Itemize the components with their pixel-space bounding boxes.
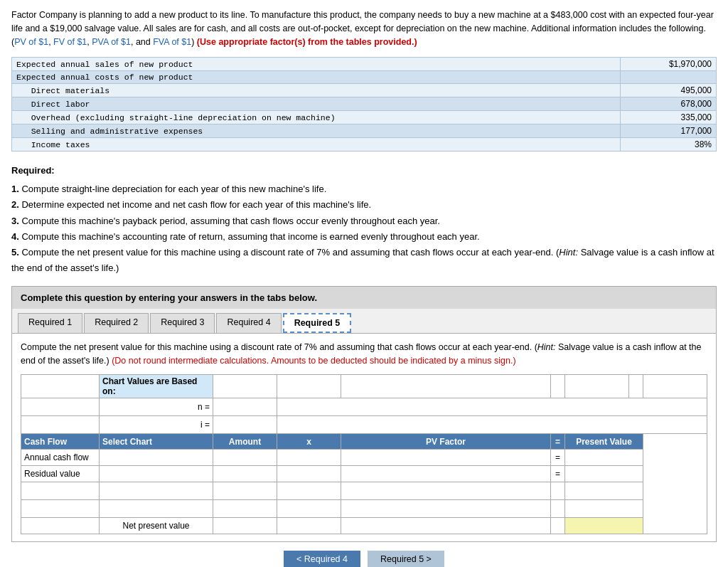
extra-2-pv-cell[interactable] [565,500,643,518]
i-row: i = [21,416,707,434]
extra-1-pv-input[interactable] [568,484,640,498]
table-row: Selling and administrative expenses 177,… [12,124,717,138]
tab5-content: Compute the net present value for this m… [12,334,716,542]
net-pv-value-cell[interactable] [565,518,643,534]
extra-2-col3[interactable] [213,500,277,518]
col-equals: = [551,434,565,450]
question-box: Complete this question by entering your … [11,286,717,543]
tab-required-4[interactable]: Required 4 [216,313,281,333]
col-select-chart: Select Chart [100,434,213,450]
n-input-cell[interactable] [213,398,277,416]
residual-amount-cell[interactable] [213,466,277,482]
empty-n-left [21,398,100,416]
prev-button[interactable]: < Required 4 [284,551,360,567]
residual-select-chart-cell[interactable] [100,466,213,482]
col-pv-factor: PV Factor [341,434,551,450]
row-value: 495,000 [620,84,716,97]
empty-eq-header [629,375,643,398]
annual-present-value-cell[interactable] [565,450,643,466]
next-button[interactable]: Required 5 > [368,551,444,567]
row-value: $1,970,000 [620,58,716,71]
required-item-1: 1. Compute straight-line depreciation fo… [11,181,717,197]
chart-val-input-3-field[interactable] [344,379,547,393]
extra-1-col1 [21,482,100,500]
table-row: Expected annual costs of new product [12,71,717,84]
extra-2-input-3[interactable] [216,502,274,516]
chart-val-input-1-field[interactable] [216,379,274,393]
empty-pv-header [643,375,707,398]
residual-pv-input[interactable] [566,467,642,481]
n-empty-cols [277,398,707,416]
chart-val-input2[interactable] [277,375,341,398]
extra-1-col6 [551,482,565,500]
extra-2-input-2[interactable] [102,502,210,516]
annual-cash-flow-row: Annual cash flow = [21,450,707,466]
link-fv[interactable]: FV of $1 [53,37,87,47]
i-empty-cols [277,416,707,434]
row-label: Income taxes [12,138,621,152]
annual-select-chart-cell[interactable] [100,450,213,466]
extra-1-col3[interactable] [213,482,277,500]
annual-amount-cell[interactable] [213,450,277,466]
link-pva[interactable]: PVA of $1 [92,37,131,47]
row-label: Overhead (excluding straight-line deprec… [12,111,621,124]
extra-1-pv-cell[interactable] [565,482,643,500]
required-section: Required: 1. Compute straight-line depre… [11,163,717,276]
col-cash-flow: Cash Flow [21,434,100,450]
n-label: n = [100,398,213,416]
residual-amount-input[interactable] [214,467,276,481]
residual-equals-cell: = [551,466,565,482]
tab-required-3[interactable]: Required 3 [150,313,215,333]
residual-value-row: Residual value = [21,466,707,482]
row-label: Expected annual sales of new product [12,58,621,71]
annual-x-cell [277,450,341,466]
chart-val-input1[interactable] [213,375,277,398]
net-pv-empty5 [341,518,551,534]
n-input[interactable] [216,400,274,414]
col-amount: Amount [213,434,277,450]
annual-pv-factor-cell[interactable] [341,450,551,466]
annual-select-chart-input[interactable] [100,450,212,465]
empty-pvf-header [565,375,629,398]
extra-row-2 [21,500,707,518]
residual-x-cell [277,466,341,482]
net-pv-row: Net present value [21,518,707,534]
row-value: 678,000 [620,97,716,111]
annual-cash-flow-label: Annual cash flow [21,450,100,466]
extra-1-input-2[interactable] [102,484,210,498]
table-row: Direct labor 678,000 [12,97,717,111]
residual-pv-factor-input[interactable] [342,467,550,481]
tab5-instruction: Compute the net present value for this m… [21,341,707,368]
row-value: 177,000 [620,124,716,138]
extra-1-col4 [277,482,341,500]
extra-2-col2[interactable] [100,500,213,518]
extra-1-input-3[interactable] [216,484,274,498]
row-label: Direct labor [12,97,621,111]
extra-1-col2[interactable] [100,482,213,500]
link-fva[interactable]: FVA of $1 [153,37,191,47]
i-input[interactable] [216,418,274,432]
chart-val-input3[interactable] [341,375,551,398]
net-pv-empty3 [213,518,277,534]
tab-required-1[interactable]: Required 1 [18,313,82,333]
extra-2-pv-input[interactable] [568,502,640,516]
intro-paragraph: Factor Company is planning to add a new … [11,9,717,48]
net-pv-input[interactable] [566,519,642,533]
annual-amount-input[interactable] [214,450,276,465]
bottom-nav: < Required 4 Required 5 > [11,551,717,567]
row-value: 38% [620,138,716,152]
chart-val-input-2-field[interactable] [280,379,338,393]
i-input-cell[interactable] [213,416,277,434]
residual-select-chart-input[interactable] [100,467,212,481]
annual-pv-input[interactable] [566,450,642,465]
annual-pv-factor-input[interactable] [342,450,550,465]
table-row: Overhead (excluding straight-line deprec… [12,111,717,124]
residual-pv-factor-cell[interactable] [341,466,551,482]
empty-x-header [551,375,565,398]
tab-required-2[interactable]: Required 2 [84,313,149,333]
residual-present-value-cell[interactable] [565,466,643,482]
tab-required-5[interactable]: Required 5 [283,313,352,333]
row-label: Selling and administrative expenses [12,124,621,138]
net-pv-label: Net present value [100,518,213,534]
link-pv[interactable]: PV of $1 [14,37,48,47]
